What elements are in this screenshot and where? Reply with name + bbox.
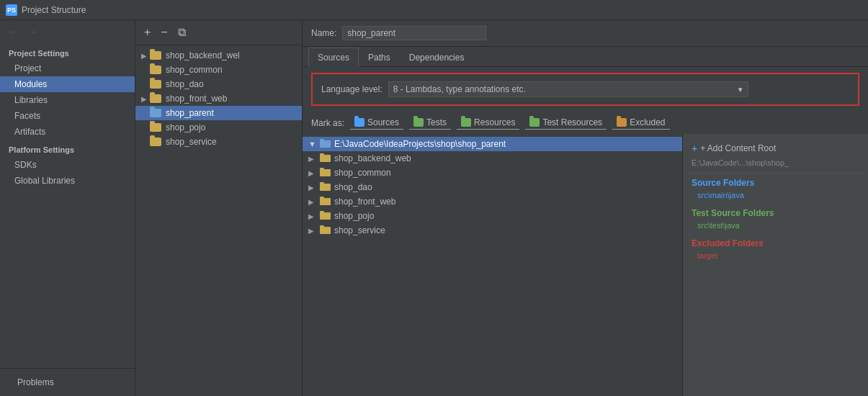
tree-item-shop-backend-wel[interactable]: ▶ shop_backend_wel [135, 48, 302, 63]
source-tree-item-common[interactable]: ▶ shop_common [303, 166, 682, 180]
tree-item-shop-parent[interactable]: shop_parent [135, 106, 302, 120]
child-arrow: ▶ [308, 212, 318, 220]
mark-sources-label: Sources [367, 117, 399, 127]
app-title: Project Structure [22, 5, 86, 15]
tree-item-shop-dao[interactable]: shop_dao [135, 77, 302, 91]
excluded-path: target [692, 251, 859, 260]
root-expand-arrow: ▼ [308, 140, 318, 148]
child-folder-icon [320, 196, 331, 207]
folder-icon [150, 79, 163, 89]
svg-rect-13 [320, 225, 324, 228]
content-header: Name: [303, 20, 868, 47]
add-content-root-label: + Add Content Root [700, 143, 776, 153]
child-folder-icon [320, 167, 331, 179]
mark-resources-button[interactable]: Resources [457, 116, 519, 130]
platform-settings-label: Platform Settings [0, 140, 135, 157]
sources-folder-icon [354, 118, 364, 127]
svg-rect-4 [320, 169, 331, 176]
mark-excluded-button[interactable]: Excluded [612, 116, 669, 130]
language-level-area: Language level: 3 - Nested classes 4 - a… [311, 73, 859, 106]
child-arrow: ▶ [308, 155, 318, 163]
sidebar-item-project[interactable]: Project [0, 60, 135, 76]
sidebar-item-modules[interactable]: Modules [0, 76, 135, 92]
back-arrow[interactable]: ← [6, 24, 22, 39]
svg-rect-2 [320, 155, 331, 162]
svg-rect-1 [320, 139, 324, 141]
sidebar: ← → Project Settings Project Modules Lib… [0, 20, 135, 396]
sidebar-item-facets[interactable]: Facets [0, 108, 135, 124]
sidebar-item-global-libraries[interactable]: Global Libraries [0, 173, 135, 189]
copy-module-button[interactable]: ⧉ [175, 24, 189, 40]
sidebar-item-libraries[interactable]: Libraries [0, 92, 135, 108]
source-tree-item-front-web[interactable]: ▶ shop_front_web [303, 194, 682, 209]
sidebar-nav: ← → [0, 20, 135, 43]
svg-rect-3 [320, 153, 324, 156]
tree-item-shop-pojo[interactable]: shop_pojo [135, 120, 302, 135]
tree-item-label: shop_parent [166, 108, 214, 118]
mark-test-resources-label: Test Resources [542, 117, 602, 127]
tree-item-shop-common[interactable]: shop_common [135, 63, 302, 77]
excluded-folder-icon [617, 118, 627, 127]
add-module-button[interactable]: + [141, 24, 153, 40]
child-folder-icon [320, 181, 331, 193]
content-root-path: E:\JavaCode\...\shop\shop_ [689, 157, 862, 174]
module-tree: ▶ shop_backend_wel shop_common shop_dao … [135, 45, 302, 396]
excluded-folders-title: Excluded Folders [692, 238, 859, 248]
remove-module-button[interactable]: − [158, 24, 170, 40]
svg-rect-10 [320, 212, 331, 220]
root-path-label: E:\JavaCode\IdeaProjects\shop\shop_paren… [334, 139, 506, 149]
mark-sources-button[interactable]: Sources [350, 116, 403, 130]
child-arrow: ▶ [308, 184, 318, 192]
tests-folder-icon [413, 118, 424, 127]
sidebar-item-problems[interactable]: Problems [9, 374, 126, 390]
plus-icon: + [692, 143, 697, 154]
test-source-path: src\test\java [692, 221, 859, 230]
source-tree-item-pojo[interactable]: ▶ shop_pojo [303, 209, 682, 223]
source-tree-item-dao[interactable]: ▶ shop_dao [303, 180, 682, 194]
svg-rect-6 [320, 184, 331, 191]
problems-section: Problems [0, 368, 135, 396]
child-label: shop_pojo [334, 211, 374, 221]
sidebar-item-artifacts[interactable]: Artifacts [0, 124, 135, 140]
folder-icon [150, 65, 163, 75]
mark-tests-label: Tests [426, 117, 447, 127]
svg-rect-12 [320, 227, 331, 234]
child-label: shop_backend_web [334, 153, 411, 163]
svg-rect-5 [320, 168, 324, 170]
tab-sources[interactable]: Sources [308, 48, 359, 67]
add-content-root-button[interactable]: + + Add Content Root [689, 140, 862, 157]
folder-icon [150, 108, 163, 118]
svg-rect-9 [320, 197, 324, 199]
child-arrow: ▶ [308, 227, 318, 235]
tree-arrow: ▶ [141, 52, 150, 60]
main-container: ← → Project Settings Project Modules Lib… [0, 20, 868, 396]
mark-as-section: Mark as: Sources Tests Resources Test Re… [303, 112, 868, 134]
forward-arrow[interactable]: → [24, 24, 40, 39]
language-level-label: Language level: [321, 84, 382, 94]
tree-item-shop-front-web[interactable]: ▶ shop_front_web [135, 91, 302, 106]
source-folders-title: Source Folders [692, 178, 859, 188]
tree-item-shop-service[interactable]: shop_service [135, 135, 302, 149]
source-tree-item-backend-web[interactable]: ▶ shop_backend_web [303, 151, 682, 166]
tree-arrow: ▶ [141, 95, 150, 103]
child-arrow: ▶ [308, 169, 318, 177]
tab-dependencies[interactable]: Dependencies [400, 48, 474, 67]
language-level-select[interactable]: 3 - Nested classes 4 - assert keyword 5 … [388, 81, 748, 97]
svg-rect-7 [320, 182, 324, 184]
child-label: shop_dao [334, 182, 372, 192]
mark-tests-button[interactable]: Tests [409, 116, 451, 130]
tree-item-label: shop_dao [166, 79, 204, 89]
folder-icon [150, 94, 163, 104]
source-folders-section: Source Folders src\main\java [689, 174, 862, 204]
mark-as-label: Mark as: [311, 118, 344, 128]
mark-excluded-label: Excluded [630, 117, 665, 127]
tab-paths[interactable]: Paths [359, 48, 400, 67]
sidebar-item-sdks[interactable]: SDKs [0, 157, 135, 173]
mark-test-resources-button[interactable]: Test Resources [525, 116, 607, 130]
language-level-select-wrapper: 3 - Nested classes 4 - assert keyword 5 … [388, 81, 748, 97]
name-input[interactable] [342, 26, 486, 40]
name-label: Name: [311, 28, 336, 38]
svg-rect-11 [320, 211, 324, 213]
source-tree-item-service[interactable]: ▶ shop_service [303, 223, 682, 238]
source-tree-root[interactable]: ▼ E:\JavaCode\IdeaProjects\shop\shop_par… [303, 137, 682, 151]
